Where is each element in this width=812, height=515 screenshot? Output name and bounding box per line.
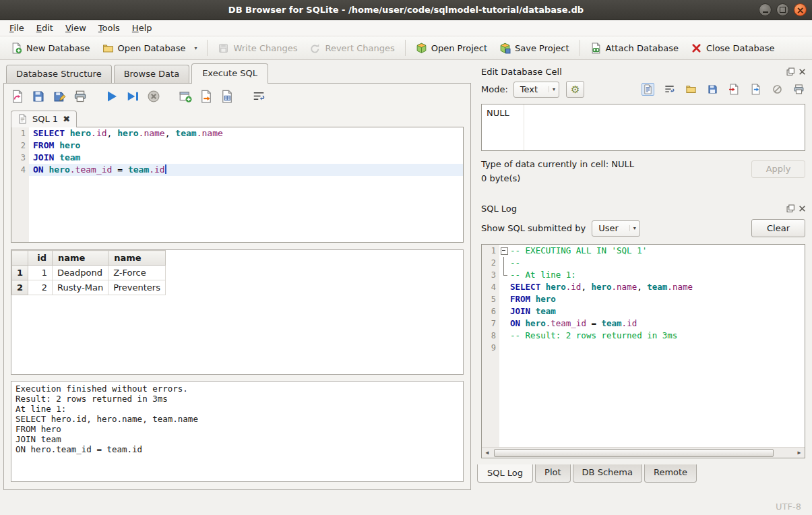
maximize-button[interactable]: [776, 3, 789, 16]
line-text: -- EXECUTING ALL IN 'SQL 1': [509, 245, 805, 257]
column-header-id-0[interactable]: id: [28, 251, 53, 266]
button-label: New Database: [26, 43, 90, 53]
horizontal-scrollbar[interactable]: ◀ ▶: [482, 447, 805, 458]
cell[interactable]: Rusty-Man: [53, 280, 108, 295]
sql-log-view[interactable]: 1-- EXECUTING ALL IN 'SQL 1'2--3-- At li…: [481, 244, 805, 458]
column-header-name-2[interactable]: name: [108, 251, 166, 266]
execute-all-button[interactable]: [105, 90, 119, 103]
tab-database-structure[interactable]: Database Structure: [6, 65, 112, 83]
editor-line-4: 4ON hero.team_id = team.id: [11, 164, 463, 176]
text-mode-button[interactable]: [642, 83, 654, 96]
set-null-button[interactable]: [771, 83, 784, 96]
table-corner[interactable]: [12, 251, 28, 266]
dock-icons: [786, 204, 807, 213]
attach-database-button[interactable]: Attach Database: [585, 40, 684, 57]
line-text: JOIN team: [509, 305, 805, 317]
close-panel-icon[interactable]: [798, 67, 807, 76]
menu-file[interactable]: File: [3, 21, 30, 35]
bottom-tab-db-schema[interactable]: DB Schema: [573, 464, 642, 483]
menu-help[interactable]: Help: [126, 21, 158, 35]
save-results-button[interactable]: [220, 90, 234, 103]
line-number: 8: [482, 330, 499, 342]
menu-edit[interactable]: Edit: [30, 21, 59, 35]
fold-margin: [499, 342, 509, 354]
main-toolbar: New DatabaseOpen Database▾Write ChangesR…: [0, 36, 812, 60]
scroll-left-icon[interactable]: ◀: [482, 448, 493, 458]
bottom-tab-remote[interactable]: Remote: [644, 464, 697, 483]
button-label: Open Database: [118, 43, 186, 53]
minimize-button[interactable]: [759, 3, 772, 16]
open-file-button[interactable]: [685, 83, 697, 96]
execute-line-button[interactable]: [126, 90, 139, 103]
mode-value: Text: [520, 84, 549, 94]
revert-changes-button: Revert Changes: [304, 40, 400, 57]
mode-combobox[interactable]: Text ▾: [513, 82, 559, 98]
row-header[interactable]: 1: [12, 266, 28, 280]
export-button[interactable]: [749, 83, 762, 96]
import-button[interactable]: [728, 83, 741, 96]
open-database-button[interactable]: Open Database▾: [97, 40, 203, 57]
clear-log-button[interactable]: Clear: [751, 219, 805, 237]
new-tab-button[interactable]: [179, 90, 192, 103]
close-database-button[interactable]: Close Database: [685, 40, 780, 57]
fold-margin: [499, 305, 509, 317]
chevron-down-icon: ▾: [629, 225, 636, 231]
line-text: -- Result: 2 rows returned in 3ms: [509, 330, 805, 342]
new-database-button[interactable]: New Database: [5, 40, 96, 57]
word-wrap-button[interactable]: [663, 83, 676, 96]
bottom-tab-sql-log[interactable]: SQL Log: [477, 464, 533, 483]
cell-content: NULL: [487, 108, 509, 118]
line-text: -- At line 1:: [509, 269, 805, 281]
bottom-tab-plot[interactable]: Plot: [535, 464, 571, 483]
save-file-button[interactable]: [706, 83, 719, 96]
scrollbar-thumb[interactable]: [494, 449, 774, 457]
close-window-button[interactable]: [794, 3, 807, 16]
cell[interactable]: Preventers: [108, 280, 166, 295]
button-label: Open Project: [431, 43, 487, 53]
sql-editor[interactable]: 1SELECT hero.id, hero.name, team.name2FR…: [11, 127, 464, 243]
save-sql-file-button[interactable]: [32, 90, 45, 103]
menu-tools[interactable]: Tools: [92, 21, 126, 35]
print-button[interactable]: [792, 83, 805, 96]
word-wrap-button[interactable]: [252, 90, 266, 103]
close-panel-icon[interactable]: [798, 204, 807, 213]
open-sql-file-button[interactable]: [11, 90, 24, 103]
float-panel-icon[interactable]: [786, 204, 795, 213]
export-results-button[interactable]: [199, 90, 213, 103]
auto-mode-button[interactable]: ⚙: [566, 81, 584, 98]
write-changes-icon: [218, 42, 229, 54]
close-database-icon: [691, 42, 702, 54]
log-line-3: 3-- At line 1:: [482, 269, 805, 281]
float-panel-icon[interactable]: [786, 67, 795, 76]
sql-tab-sql-1[interactable]: SQL 1 ✖: [11, 111, 77, 127]
scroll-right-icon[interactable]: ▶: [794, 448, 805, 458]
dropdown-arrow-icon[interactable]: ▾: [191, 45, 197, 51]
cell[interactable]: 2: [28, 280, 53, 295]
open-project-button[interactable]: Open Project: [410, 40, 493, 57]
stop-button[interactable]: [147, 90, 160, 103]
cell[interactable]: 1: [28, 266, 53, 280]
save-sql-as-button[interactable]: [53, 90, 66, 103]
cell-editor[interactable]: NULL: [481, 104, 805, 151]
line-number: 3: [11, 152, 29, 164]
log-filter-value: User: [598, 223, 629, 233]
menu-view[interactable]: View: [59, 21, 92, 35]
tab-execute-sql[interactable]: Execute SQL: [191, 63, 268, 84]
cell[interactable]: Z-Force: [108, 266, 166, 280]
sql-tab-label: SQL 1: [32, 114, 58, 124]
line-text: ON hero.team_id = team.id: [29, 164, 463, 176]
cell[interactable]: Deadpond: [53, 266, 108, 280]
print-button[interactable]: [73, 90, 87, 103]
sql-log-dock-header: SQL Log: [474, 190, 812, 216]
tab-browse-data[interactable]: Browse Data: [114, 65, 190, 83]
row-header[interactable]: 2: [12, 280, 28, 295]
line-number: 2: [11, 140, 29, 152]
line-text: FROM hero: [509, 293, 805, 305]
line-number: 3: [482, 269, 499, 281]
log-filter-combobox[interactable]: User ▾: [592, 220, 640, 237]
fold-collapse-icon[interactable]: [499, 245, 509, 257]
save-project-button[interactable]: Save Project: [494, 40, 575, 57]
fold-margin: [499, 293, 509, 305]
column-header-name-1[interactable]: name: [53, 251, 108, 266]
tab-close-icon[interactable]: ✖: [63, 115, 70, 123]
